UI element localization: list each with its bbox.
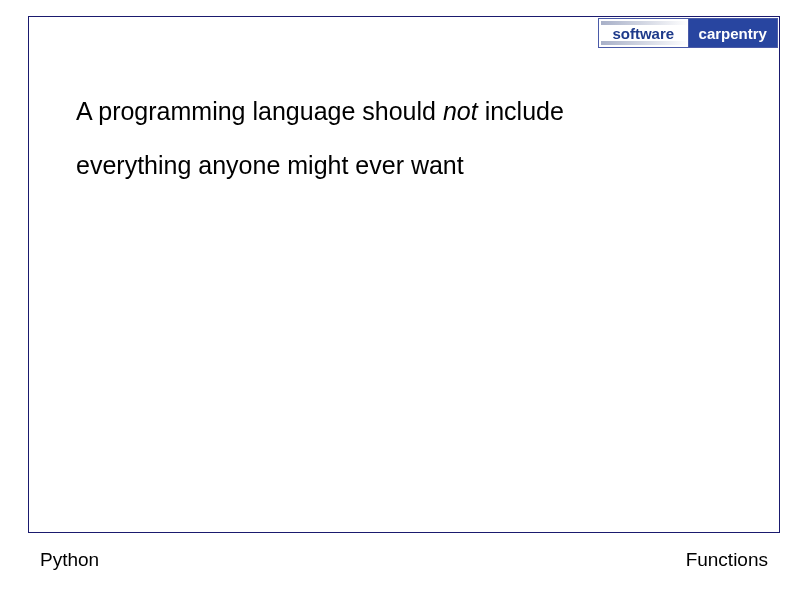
- text-emphasis: not: [443, 97, 478, 125]
- text-part-1: A programming language should: [76, 97, 443, 125]
- footer-right-label: Functions: [686, 549, 768, 571]
- main-text-line1: A programming language should not includ…: [76, 85, 754, 139]
- logo-left-text: software: [599, 19, 689, 47]
- main-text-line2: everything anyone might ever want: [76, 139, 754, 193]
- text-part-2: include: [478, 97, 564, 125]
- software-carpentry-logo: software carpentry: [598, 18, 778, 48]
- footer-left-label: Python: [40, 549, 99, 571]
- logo-right-text: carpentry: [689, 19, 778, 47]
- slide-content: A programming language should not includ…: [76, 85, 754, 193]
